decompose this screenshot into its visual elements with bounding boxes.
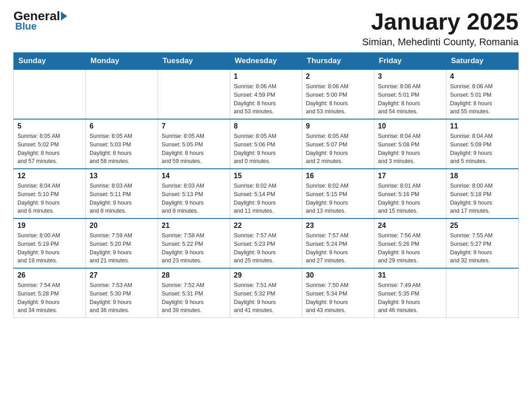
logo: General Blue [13,9,68,32]
calendar-cell-4-1: 19Sunrise: 8:00 AMSunset: 5:19 PMDayligh… [14,218,86,268]
day-number: 26 [17,271,82,279]
calendar-cell-1-5: 2Sunrise: 8:06 AMSunset: 5:00 PMDaylight… [302,69,374,119]
day-number: 28 [162,271,226,279]
calendar-cell-5-1: 26Sunrise: 7:54 AMSunset: 5:28 PMDayligh… [14,268,86,318]
week-row-1: 1Sunrise: 8:06 AMSunset: 4:59 PMDaylight… [14,69,519,119]
day-info: Sunrise: 8:05 AMSunset: 5:06 PMDaylight:… [234,132,298,166]
day-number: 9 [306,122,370,130]
calendar-cell-3-4: 15Sunrise: 8:02 AMSunset: 5:14 PMDayligh… [230,169,302,218]
calendar-cell-1-7: 4Sunrise: 8:06 AMSunset: 5:01 PMDaylight… [446,69,519,119]
day-number: 3 [378,73,442,81]
calendar-table: SundayMondayTuesdayWednesdayThursdayFrid… [13,52,519,318]
calendar-cell-5-7 [446,268,519,318]
calendar-cell-4-3: 21Sunrise: 7:58 AMSunset: 5:22 PMDayligh… [158,218,230,268]
day-number: 29 [234,271,298,279]
day-info: Sunrise: 7:54 AMSunset: 5:28 PMDaylight:… [17,281,82,315]
page-header: General Blue January 2025 Simian, Mehedi… [13,9,519,48]
day-number: 19 [17,222,82,230]
day-number: 21 [162,222,226,230]
calendar-subtitle: Simian, Mehedinti County, Romania [362,36,519,48]
day-info: Sunrise: 7:52 AMSunset: 5:31 PMDaylight:… [162,281,226,315]
day-info: Sunrise: 7:57 AMSunset: 5:24 PMDaylight:… [306,231,370,265]
calendar-cell-1-4: 1Sunrise: 8:06 AMSunset: 4:59 PMDaylight… [230,69,302,119]
day-info: Sunrise: 7:50 AMSunset: 5:34 PMDaylight:… [306,281,370,315]
week-row-2: 5Sunrise: 8:05 AMSunset: 5:02 PMDaylight… [14,119,519,169]
day-number: 30 [306,271,370,279]
calendar-title: January 2025 [362,9,519,34]
calendar-cell-4-7: 25Sunrise: 7:55 AMSunset: 5:27 PMDayligh… [446,218,519,268]
calendar-cell-3-1: 12Sunrise: 8:04 AMSunset: 5:10 PMDayligh… [14,169,86,218]
calendar-cell-3-5: 16Sunrise: 8:02 AMSunset: 5:15 PMDayligh… [302,169,374,218]
calendar-cell-2-1: 5Sunrise: 8:05 AMSunset: 5:02 PMDaylight… [14,119,86,169]
day-info: Sunrise: 8:03 AMSunset: 5:13 PMDaylight:… [162,182,226,215]
day-number: 22 [234,222,298,230]
day-info: Sunrise: 8:03 AMSunset: 5:11 PMDaylight:… [90,182,154,215]
day-number: 31 [378,271,442,279]
calendar-header-saturday: Saturday [446,53,519,70]
calendar-cell-4-6: 24Sunrise: 7:56 AMSunset: 5:26 PMDayligh… [374,218,446,268]
day-info: Sunrise: 8:00 AMSunset: 5:18 PMDaylight:… [450,182,515,215]
calendar-cell-5-2: 27Sunrise: 7:53 AMSunset: 5:30 PMDayligh… [86,268,158,318]
day-info: Sunrise: 8:04 AMSunset: 5:10 PMDaylight:… [17,182,82,215]
calendar-cell-1-2 [86,69,158,119]
day-info: Sunrise: 8:06 AMSunset: 5:00 PMDaylight:… [306,82,370,116]
logo-arrow-icon [61,12,67,21]
logo-blue-text: Blue [15,21,37,32]
day-info: Sunrise: 8:02 AMSunset: 5:15 PMDaylight:… [306,182,370,215]
calendar-cell-4-4: 22Sunrise: 7:57 AMSunset: 5:23 PMDayligh… [230,218,302,268]
calendar-cell-3-7: 18Sunrise: 8:00 AMSunset: 5:18 PMDayligh… [446,169,519,218]
day-number: 5 [17,122,82,130]
day-number: 2 [306,73,370,81]
day-number: 8 [234,122,298,130]
day-info: Sunrise: 8:04 AMSunset: 5:09 PMDaylight:… [450,132,515,166]
day-number: 20 [90,222,154,230]
week-row-5: 26Sunrise: 7:54 AMSunset: 5:28 PMDayligh… [14,268,519,318]
calendar-cell-1-6: 3Sunrise: 8:06 AMSunset: 5:01 PMDaylight… [374,69,446,119]
day-number: 15 [234,172,298,180]
day-info: Sunrise: 8:05 AMSunset: 5:05 PMDaylight:… [162,132,226,166]
day-number: 10 [378,122,442,130]
calendar-cell-3-6: 17Sunrise: 8:01 AMSunset: 5:16 PMDayligh… [374,169,446,218]
day-number: 12 [17,172,82,180]
day-info: Sunrise: 8:06 AMSunset: 5:01 PMDaylight:… [378,82,442,116]
day-number: 1 [234,73,298,81]
day-number: 17 [378,172,442,180]
calendar-cell-1-1 [14,69,86,119]
calendar-header-thursday: Thursday [302,53,374,70]
day-number: 25 [450,222,515,230]
calendar-cell-5-6: 31Sunrise: 7:49 AMSunset: 5:35 PMDayligh… [374,268,446,318]
day-info: Sunrise: 8:05 AMSunset: 5:03 PMDaylight:… [90,132,154,166]
calendar-cell-3-3: 14Sunrise: 8:03 AMSunset: 5:13 PMDayligh… [158,169,230,218]
day-info: Sunrise: 8:05 AMSunset: 5:02 PMDaylight:… [17,132,82,166]
day-number: 24 [378,222,442,230]
day-info: Sunrise: 8:00 AMSunset: 5:19 PMDaylight:… [17,231,82,265]
calendar-cell-1-3 [158,69,230,119]
calendar-cell-5-4: 29Sunrise: 7:51 AMSunset: 5:32 PMDayligh… [230,268,302,318]
day-info: Sunrise: 7:49 AMSunset: 5:35 PMDaylight:… [378,281,442,315]
calendar-cell-2-7: 11Sunrise: 8:04 AMSunset: 5:09 PMDayligh… [446,119,519,169]
day-info: Sunrise: 7:58 AMSunset: 5:22 PMDaylight:… [162,231,226,265]
calendar-cell-2-4: 8Sunrise: 8:05 AMSunset: 5:06 PMDaylight… [230,119,302,169]
calendar-cell-3-2: 13Sunrise: 8:03 AMSunset: 5:11 PMDayligh… [86,169,158,218]
day-info: Sunrise: 7:57 AMSunset: 5:23 PMDaylight:… [234,231,298,265]
day-info: Sunrise: 7:53 AMSunset: 5:30 PMDaylight:… [90,281,154,315]
calendar-header-tuesday: Tuesday [158,53,230,70]
calendar-cell-4-2: 20Sunrise: 7:59 AMSunset: 5:20 PMDayligh… [86,218,158,268]
calendar-cell-2-6: 10Sunrise: 8:04 AMSunset: 5:08 PMDayligh… [374,119,446,169]
calendar-cell-2-2: 6Sunrise: 8:05 AMSunset: 5:03 PMDaylight… [86,119,158,169]
day-number: 7 [162,122,226,130]
day-info: Sunrise: 8:01 AMSunset: 5:16 PMDaylight:… [378,182,442,215]
day-info: Sunrise: 7:59 AMSunset: 5:20 PMDaylight:… [90,231,154,265]
calendar-header-sunday: Sunday [14,53,86,70]
calendar-cell-5-3: 28Sunrise: 7:52 AMSunset: 5:31 PMDayligh… [158,268,230,318]
day-info: Sunrise: 8:05 AMSunset: 5:07 PMDaylight:… [306,132,370,166]
day-info: Sunrise: 8:06 AMSunset: 5:01 PMDaylight:… [450,82,515,116]
title-section: January 2025 Simian, Mehedinti County, R… [362,9,519,48]
day-number: 27 [90,271,154,279]
day-number: 16 [306,172,370,180]
day-info: Sunrise: 8:02 AMSunset: 5:14 PMDaylight:… [234,182,298,215]
day-info: Sunrise: 8:04 AMSunset: 5:08 PMDaylight:… [378,132,442,166]
day-number: 14 [162,172,226,180]
day-number: 13 [90,172,154,180]
day-info: Sunrise: 8:06 AMSunset: 4:59 PMDaylight:… [234,82,298,116]
